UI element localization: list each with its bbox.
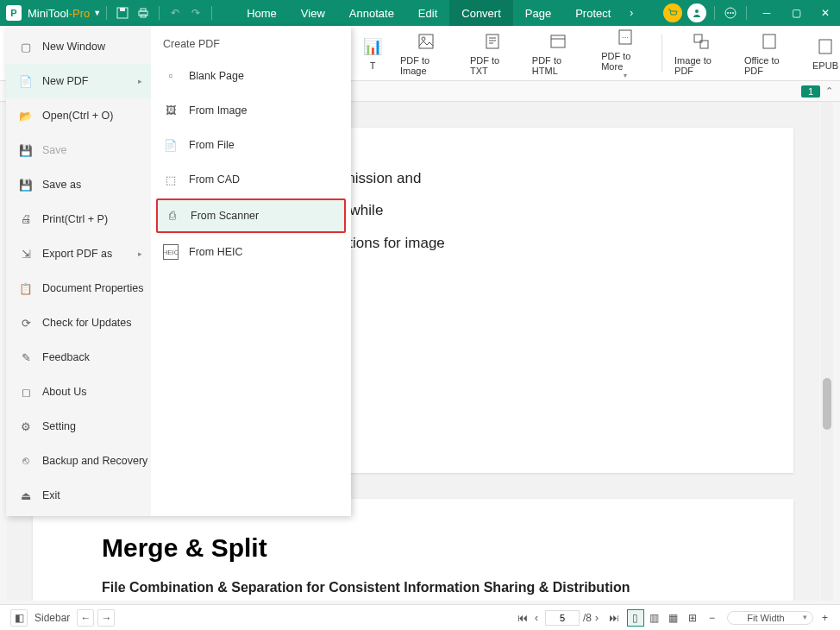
chat-icon[interactable] [720,3,741,23]
file-menu-save: 💾Save [6,133,151,167]
nav-prev-button[interactable]: ← [77,609,94,627]
file-menu-new-pdf[interactable]: 📄New PDF▸ [6,64,151,98]
submenu-from-scanner[interactable]: ⎙From Scanner [156,198,346,233]
update-icon: ⟳ [18,315,34,331]
submenu-from-image[interactable]: 🖼From Image [151,93,351,128]
file-menu-feedback[interactable]: ✎Feedback [6,340,151,375]
undo-icon[interactable]: ↶ [165,3,185,23]
submenu-from-heic[interactable]: HEICFrom HEIC [151,235,351,269]
nav-next-button[interactable]: → [97,609,115,627]
save-icon: 💾 [18,142,34,158]
feedback-icon: ✎ [18,350,34,365]
from-cad-icon: ⬚ [163,172,179,187]
redo-icon[interactable]: ↷ [185,3,206,23]
file-menu-backup[interactable]: ⎋Backup and Recovery [6,444,151,478]
main-menu: Home View Annotate Edit Convert Page Pro… [235,0,623,26]
ribbon-office-to-pdf[interactable]: Office to PDF [736,28,804,79]
svg-point-13 [422,37,425,41]
menu-edit[interactable]: Edit [406,0,449,26]
chevron-up-icon[interactable]: ⌃ [825,85,833,97]
zoom-in-button[interactable]: + [822,612,828,624]
view-facing-icon[interactable]: ▦ [665,609,682,627]
page-number-input[interactable] [545,610,580,626]
ribbon-image-to-pdf[interactable]: Image to PDF [666,28,736,79]
office-icon [759,31,780,52]
maximize-button[interactable]: ▢ [781,0,811,26]
file-menu-about[interactable]: ◻About Us [6,375,151,409]
properties-icon: 📋 [18,280,34,296]
vertical-scrollbar[interactable] [821,102,833,601]
image-icon [416,31,436,52]
menu-home[interactable]: Home [235,0,289,26]
page-badge[interactable]: 1 [801,85,820,98]
html-icon [548,31,568,52]
file-menu-print[interactable]: 🖨Print(Ctrl + P) [6,202,151,236]
statusbar: ◧ Sidebar ← → ⏮ ‹ /8 › ⏭ ▯ ▥ ▦ ⊞ − Fit W… [0,604,840,630]
menu-more-icon[interactable]: › [623,7,640,19]
more-icon: ⋯ [615,28,636,47]
ribbon-pdf-to-image[interactable]: PDF to Image [392,28,461,79]
submenu-blank-page[interactable]: ▫Blank Page [151,59,351,93]
ribbon-pdf-to-more[interactable]: ⋯ PDF to More ▾ [592,28,658,79]
file-menu-export[interactable]: ⇲Export PDF as▸ [6,236,151,271]
ribbon-pdf-to-txt[interactable]: PDF to TXT [461,28,523,79]
submenu-from-cad[interactable]: ⬚From CAD [151,162,351,197]
ribbon-pdf-to-ppt[interactable]: 📊 T [354,28,392,79]
file-menu-updates[interactable]: ⟳Check for Updates [6,306,151,340]
svg-rect-23 [700,41,708,48]
folder-icon: 📂 [18,108,34,123]
sidebar-toggle-icon[interactable]: ◧ [10,609,28,627]
menu-annotate[interactable]: Annotate [337,0,406,26]
file-menu-setting[interactable]: ⚙Setting [6,409,151,444]
file-menu-exit[interactable]: ⏏Exit [6,478,151,513]
ribbon-pdf-to-html[interactable]: PDF to HTML [523,28,592,79]
document-subheading: File Combination & Separation for Consis… [102,580,724,595]
page-prev-button[interactable]: ‹ [535,612,538,624]
file-menu-primary: ▢New Window 📄New PDF▸ 📂Open(Ctrl + O) 💾S… [6,26,151,516]
chevron-right-icon: ▸ [138,77,142,85]
app-logo: P [3,3,24,23]
save-icon[interactable] [112,3,133,23]
scrollbar-thumb[interactable] [823,378,831,430]
submenu-header: Create PDF [151,31,351,59]
file-menu-submenu: Create PDF ▫Blank Page 🖼From Image 📄From… [151,26,351,516]
zoom-select[interactable]: Fit Width [727,611,813,625]
image-to-pdf-icon [691,31,711,52]
minimize-button[interactable]: ─ [752,0,781,26]
menu-convert[interactable]: Convert [449,0,513,26]
file-menu-save-as[interactable]: 💾Save as [6,167,151,202]
file-menu: ▢New Window 📄New PDF▸ 📂Open(Ctrl + O) 💾S… [6,26,351,516]
svg-rect-25 [819,40,831,54]
title-dropdown[interactable]: ▼ [93,9,101,17]
scanner-icon: ⎙ [165,208,180,224]
file-menu-properties[interactable]: 📋Document Properties [6,271,151,306]
titlebar: P MiniTool-Pro ▼ ↶ ↷ Home View Annotate … [0,0,840,26]
page-next-button[interactable]: › [595,612,599,624]
user-icon[interactable] [687,3,706,22]
menu-page[interactable]: Page [513,0,563,26]
svg-rect-14 [486,35,498,48]
file-menu-open[interactable]: 📂Open(Ctrl + O) [6,98,151,133]
file-menu-new-window[interactable]: ▢New Window [6,29,151,64]
page-first-button[interactable]: ⏮ [517,612,528,624]
menu-protect[interactable]: Protect [563,0,623,26]
svg-text:P: P [10,8,16,18]
page-total: /8 [583,612,592,624]
zoom-out-button[interactable]: − [709,612,715,624]
svg-rect-5 [141,9,146,11]
svg-rect-24 [763,35,775,48]
print-icon[interactable] [133,3,154,23]
close-button[interactable]: ✕ [811,0,840,26]
chevron-right-icon: ▸ [138,249,142,258]
view-continuous-icon[interactable]: ▥ [646,609,663,627]
ribbon-epub[interactable]: EPUB [804,28,840,79]
submenu-from-file[interactable]: 📄From File [151,128,351,162]
txt-icon [482,31,503,52]
menu-view[interactable]: View [289,0,337,26]
view-grid-icon[interactable]: ⊞ [684,609,701,627]
view-single-icon[interactable]: ▯ [627,609,644,627]
cart-icon[interactable] [663,3,682,22]
blank-page-icon: ▫ [163,68,179,84]
svg-rect-3 [120,8,125,11]
page-last-button[interactable]: ⏭ [609,612,619,624]
